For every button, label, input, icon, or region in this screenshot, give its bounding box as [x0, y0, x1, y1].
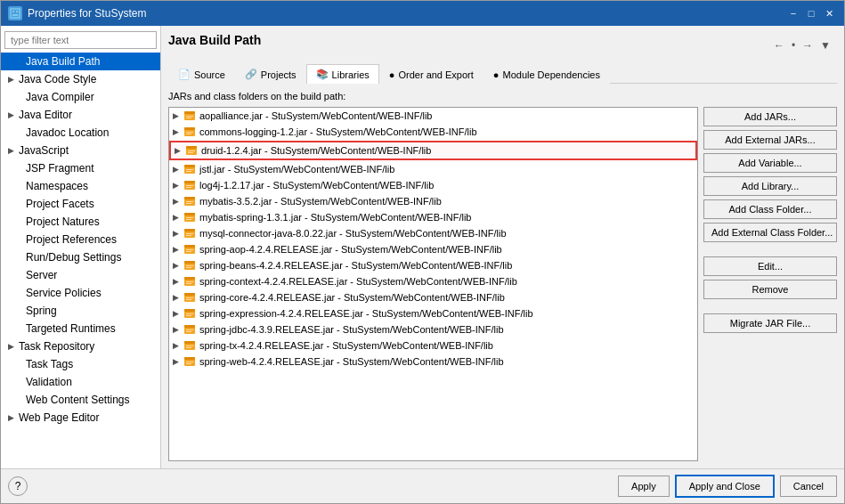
jar-file-icon	[183, 163, 196, 175]
jar-item[interactable]: ▶ commons-logging-1.2.jar - StuSystem/We…	[169, 124, 697, 140]
apply-button[interactable]: Apply	[618, 476, 670, 497]
sidebar-item-run-debug-settings[interactable]: Run/Debug Settings	[1, 248, 160, 266]
jar-item-label: spring-expression-4.2.4.RELEASE.jar - St…	[199, 308, 694, 319]
cancel-button[interactable]: Cancel	[780, 476, 837, 497]
sidebar-item-web-content-settings[interactable]: Web Content Settings	[1, 391, 160, 409]
tab-order-export[interactable]: ●Order and Export	[379, 65, 483, 84]
svg-rect-54	[186, 313, 193, 314]
jar-expand-icon: ▶	[173, 341, 180, 350]
jar-item[interactable]: ▶ spring-jdbc-4.3.9.RELEASE.jar - StuSys…	[169, 321, 697, 337]
add-jars-button[interactable]: Add JARs...	[703, 107, 837, 126]
apply-close-button[interactable]: Apply and Close	[675, 475, 775, 498]
sidebar-item-java-code-style[interactable]: ▶Java Code Style	[1, 70, 160, 88]
sidebar-item-label: Web Content Settings	[26, 394, 130, 406]
nav-back-button[interactable]: ←	[771, 37, 787, 53]
tab-source[interactable]: 📄Source	[168, 64, 235, 84]
sidebar-item-java-compiler[interactable]: Java Compiler	[1, 88, 160, 106]
sidebar-item-java-editor[interactable]: ▶Java Editor	[1, 106, 160, 124]
jar-item[interactable]: ▶ spring-aop-4.2.4.RELEASE.jar - StuSyst…	[169, 241, 697, 257]
sidebar-item-jsp-fragment[interactable]: JSP Fragment	[1, 159, 160, 177]
sidebar-item-javascript[interactable]: ▶JavaScript	[1, 142, 160, 159]
sidebar-item-task-repository[interactable]: ▶Task Repository	[1, 337, 160, 355]
jar-item[interactable]: ▶ mybatis-spring-1.3.1.jar - StuSystem/W…	[169, 209, 697, 225]
svg-rect-38	[186, 249, 193, 250]
svg-rect-23	[186, 187, 191, 188]
jar-item[interactable]: ▶ spring-core-4.2.4.RELEASE.jar - StuSys…	[169, 289, 697, 305]
jar-item-label: spring-jdbc-4.3.9.RELEASE.jar - StuSyste…	[199, 324, 694, 335]
sidebar-item-label: Web Page Editor	[19, 411, 100, 424]
svg-rect-34	[186, 233, 193, 234]
sidebar-item-label: Java Code Style	[19, 73, 96, 85]
svg-rect-30	[186, 217, 193, 218]
tab-label: Libraries	[332, 69, 370, 80]
svg-rect-7	[186, 118, 191, 118]
sidebar-item-label: Spring	[26, 305, 57, 317]
jar-item-label: log4j-1.2.17.jar - StuSystem/WebContent/…	[199, 180, 694, 191]
svg-rect-43	[186, 267, 191, 268]
jar-item[interactable]: ▶ jstl.jar - StuSystem/WebContent/WEB-IN…	[169, 161, 697, 177]
remove-button[interactable]: Remove	[703, 280, 837, 299]
add-external-class-folder-button[interactable]: Add External Class Folder...	[703, 223, 837, 242]
tab-module-dependencies[interactable]: ●Module Dependencies	[483, 65, 610, 84]
jar-item[interactable]: ▶ spring-beans-4.2.4.RELEASE.jar - StuSy…	[169, 257, 697, 273]
tab-libraries[interactable]: 📚Libraries	[306, 64, 379, 84]
sidebar-item-javadoc-location[interactable]: Javadoc Location	[1, 124, 160, 142]
sidebar-item-targeted-runtimes[interactable]: Targeted Runtimes	[1, 320, 160, 337]
sidebar-item-spring[interactable]: Spring	[1, 302, 160, 320]
build-path-area: ▶ aopalliance.jar - StuSystem/WebContent…	[168, 107, 837, 461]
sidebar-item-label: Targeted Runtimes	[26, 322, 116, 335]
jar-item[interactable]: ▶ aopalliance.jar - StuSystem/WebContent…	[169, 108, 697, 124]
sidebar-item-label: Javadoc Location	[26, 126, 109, 139]
sidebar-item-server[interactable]: Server	[1, 266, 160, 284]
jar-item[interactable]: ▶ spring-expression-4.2.4.RELEASE.jar - …	[169, 305, 697, 321]
jar-expand-icon: ▶	[173, 165, 180, 174]
bottom-bar: ? Apply Apply and Close Cancel	[1, 468, 844, 503]
maximize-button[interactable]: □	[803, 5, 819, 21]
jar-file-icon	[183, 110, 196, 122]
svg-rect-5	[184, 111, 195, 114]
jar-item[interactable]: ▶ spring-web-4.2.4.RELEASE.jar - StuSyst…	[169, 354, 697, 370]
jar-expand-icon: ▶	[173, 213, 180, 222]
jar-item[interactable]: ▶ spring-tx-4.2.4.RELEASE.jar - StuSyste…	[169, 337, 697, 354]
jar-item[interactable]: ▶ druid-1.2.4.jar - StuSystem/WebContent…	[169, 141, 697, 160]
help-button[interactable]: ?	[8, 476, 28, 496]
jar-item[interactable]: ▶ spring-context-4.2.4.RELEASE.jar - Stu…	[169, 273, 697, 289]
filter-input[interactable]	[4, 31, 157, 49]
jar-item[interactable]: ▶ log4j-1.2.17.jar - StuSystem/WebConten…	[169, 177, 697, 193]
nav-dropdown-button[interactable]: ▼	[817, 37, 833, 53]
jar-item[interactable]: ▶ mybatis-3.5.2.jar - StuSystem/WebConte…	[169, 193, 697, 209]
sidebar-item-namespaces[interactable]: Namespaces	[1, 177, 160, 195]
expand-arrow-icon: ▶	[8, 75, 15, 84]
sidebar-item-task-tags[interactable]: Task Tags	[1, 355, 160, 373]
add-variable-button[interactable]: Add Variable...	[703, 153, 837, 173]
jar-item[interactable]: ▶ mysql-connector-java-8.0.22.jar - StuS…	[169, 225, 697, 241]
svg-rect-22	[186, 185, 193, 186]
svg-rect-3	[12, 14, 18, 16]
nav-forward-button[interactable]: →	[800, 37, 816, 53]
sidebar-item-project-natures[interactable]: Project Natures	[1, 213, 160, 231]
sidebar-item-java-build-path[interactable]: Java Build Path	[1, 53, 160, 70]
sidebar-item-service-policies[interactable]: Service Policies	[1, 284, 160, 302]
add-class-folder-button[interactable]: Add Class Folder...	[703, 199, 837, 219]
sidebar-item-project-facets[interactable]: Project Facets	[1, 195, 160, 213]
tab-projects[interactable]: 🔗Projects	[235, 64, 306, 84]
svg-rect-35	[186, 235, 191, 236]
svg-rect-39	[186, 251, 191, 252]
sidebar-item-label: Project References	[26, 233, 117, 246]
svg-rect-13	[186, 146, 197, 149]
close-button[interactable]: ✕	[821, 5, 837, 21]
svg-rect-9	[184, 127, 195, 130]
migrate-jar-button[interactable]: Migrate JAR File...	[703, 313, 837, 333]
sidebar-item-validation[interactable]: Validation	[1, 373, 160, 391]
svg-rect-19	[186, 171, 191, 172]
sidebar-item-project-references[interactable]: Project References	[1, 231, 160, 248]
add-external-jars-button[interactable]: Add External JARs...	[703, 130, 837, 150]
edit-button[interactable]: Edit...	[703, 256, 837, 276]
minimize-button[interactable]: −	[785, 5, 801, 21]
libraries-tab-icon: 📚	[316, 69, 329, 80]
sidebar-item-label: Validation	[26, 376, 72, 388]
sidebar-item-label: JSP Fragment	[26, 162, 93, 175]
add-library-button[interactable]: Add Library...	[703, 176, 837, 196]
sidebar-item-web-page-editor[interactable]: ▶Web Page Editor	[1, 409, 160, 427]
svg-rect-37	[184, 245, 195, 248]
